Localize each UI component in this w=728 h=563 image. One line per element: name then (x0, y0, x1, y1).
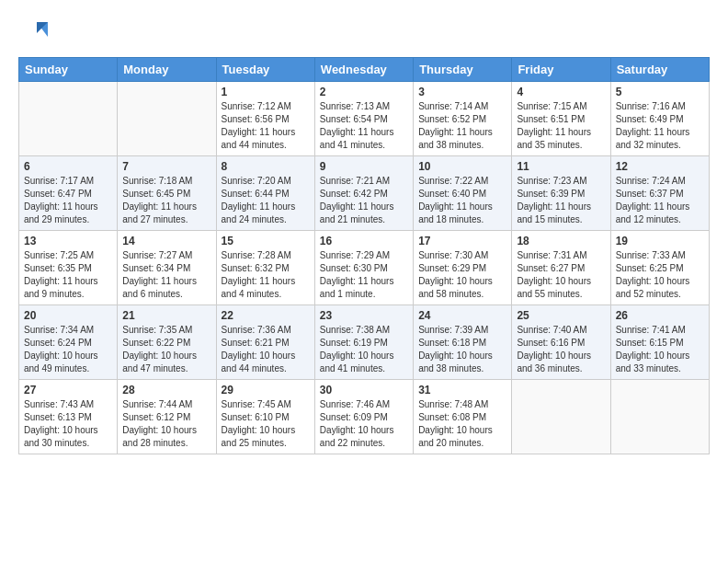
calendar-day-cell: 15Sunrise: 7:28 AM Sunset: 6:32 PM Dayli… (216, 231, 314, 305)
day-number: 22 (222, 309, 310, 322)
day-info: Sunrise: 7:41 AM Sunset: 6:15 PM Dayligh… (616, 324, 704, 375)
day-info: Sunrise: 7:43 AM Sunset: 6:13 PM Dayligh… (24, 398, 112, 450)
day-number: 20 (24, 309, 112, 322)
calendar-day-cell: 23Sunrise: 7:38 AM Sunset: 6:19 PM Dayli… (314, 305, 413, 380)
calendar-week-row: 6Sunrise: 7:17 AM Sunset: 6:47 PM Daylig… (19, 156, 710, 231)
calendar-day-cell: 18Sunrise: 7:31 AM Sunset: 6:27 PM Dayli… (512, 231, 610, 305)
calendar-day-cell: 17Sunrise: 7:30 AM Sunset: 6:29 PM Dayli… (414, 231, 512, 305)
day-number: 17 (418, 235, 506, 247)
calendar-day-cell: 22Sunrise: 7:36 AM Sunset: 6:21 PM Dayli… (216, 305, 314, 380)
day-info: Sunrise: 7:28 AM Sunset: 6:32 PM Dayligh… (222, 249, 310, 301)
day-number: 2 (320, 86, 408, 98)
day-info: Sunrise: 7:13 AM Sunset: 6:54 PM Dayligh… (320, 100, 408, 152)
day-info: Sunrise: 7:31 AM Sunset: 6:27 PM Dayligh… (517, 249, 605, 301)
day-number: 27 (24, 384, 112, 396)
day-number: 14 (122, 235, 210, 247)
calendar-day-cell: 20Sunrise: 7:34 AM Sunset: 6:24 PM Dayli… (19, 305, 118, 380)
day-number: 9 (320, 160, 408, 173)
general-blue-logo-icon (18, 18, 48, 48)
day-number: 30 (320, 384, 408, 396)
calendar-day-cell: 25Sunrise: 7:40 AM Sunset: 6:16 PM Dayli… (512, 305, 610, 380)
day-number: 19 (616, 235, 704, 247)
calendar-day-cell: 27Sunrise: 7:43 AM Sunset: 6:13 PM Dayli… (19, 380, 118, 454)
day-info: Sunrise: 7:48 AM Sunset: 6:08 PM Dayligh… (418, 398, 506, 450)
day-info: Sunrise: 7:25 AM Sunset: 6:35 PM Dayligh… (24, 249, 112, 301)
calendar-day-cell: 14Sunrise: 7:27 AM Sunset: 6:34 PM Dayli… (118, 231, 216, 305)
day-info: Sunrise: 7:23 AM Sunset: 6:39 PM Dayligh… (517, 175, 605, 226)
calendar-day-cell: 30Sunrise: 7:46 AM Sunset: 6:09 PM Dayli… (314, 380, 413, 454)
day-number: 1 (222, 86, 310, 98)
calendar-week-row: 13Sunrise: 7:25 AM Sunset: 6:35 PM Dayli… (19, 231, 710, 305)
day-number: 11 (517, 160, 605, 173)
calendar-day-cell: 16Sunrise: 7:29 AM Sunset: 6:30 PM Dayli… (314, 231, 413, 305)
day-number: 31 (418, 384, 506, 396)
calendar-day-cell: 8Sunrise: 7:20 AM Sunset: 6:44 PM Daylig… (216, 156, 314, 231)
day-number: 10 (418, 160, 506, 173)
day-number: 7 (122, 160, 210, 173)
day-number: 18 (517, 235, 605, 247)
day-info: Sunrise: 7:40 AM Sunset: 6:16 PM Dayligh… (517, 324, 605, 375)
calendar-day-header: Thursday (414, 58, 512, 82)
calendar-day-header: Wednesday (314, 58, 413, 82)
day-number: 12 (616, 160, 704, 173)
calendar-day-cell: 11Sunrise: 7:23 AM Sunset: 6:39 PM Dayli… (512, 156, 610, 231)
calendar-day-cell (19, 82, 118, 156)
day-number: 3 (418, 86, 506, 98)
calendar-week-row: 27Sunrise: 7:43 AM Sunset: 6:13 PM Dayli… (19, 380, 710, 454)
day-info: Sunrise: 7:44 AM Sunset: 6:12 PM Dayligh… (122, 398, 210, 450)
day-info: Sunrise: 7:45 AM Sunset: 6:10 PM Dayligh… (222, 398, 310, 450)
calendar-day-cell: 9Sunrise: 7:21 AM Sunset: 6:42 PM Daylig… (314, 156, 413, 231)
calendar-day-cell: 21Sunrise: 7:35 AM Sunset: 6:22 PM Dayli… (118, 305, 216, 380)
calendar-day-header: Saturday (610, 58, 709, 82)
day-number: 13 (24, 235, 112, 247)
day-info: Sunrise: 7:30 AM Sunset: 6:29 PM Dayligh… (418, 249, 506, 301)
page-header (18, 18, 710, 48)
calendar-day-cell: 31Sunrise: 7:48 AM Sunset: 6:08 PM Dayli… (414, 380, 512, 454)
day-info: Sunrise: 7:46 AM Sunset: 6:09 PM Dayligh… (320, 398, 408, 450)
calendar-week-row: 1Sunrise: 7:12 AM Sunset: 6:56 PM Daylig… (19, 82, 710, 156)
day-info: Sunrise: 7:21 AM Sunset: 6:42 PM Dayligh… (320, 175, 408, 226)
day-number: 4 (517, 86, 605, 98)
day-number: 15 (222, 235, 310, 247)
day-info: Sunrise: 7:35 AM Sunset: 6:22 PM Dayligh… (122, 324, 210, 375)
day-number: 25 (517, 309, 605, 322)
day-info: Sunrise: 7:15 AM Sunset: 6:51 PM Dayligh… (517, 100, 605, 152)
day-number: 8 (222, 160, 310, 173)
calendar-header-row: SundayMondayTuesdayWednesdayThursdayFrid… (19, 58, 710, 82)
day-number: 5 (616, 86, 704, 98)
day-info: Sunrise: 7:36 AM Sunset: 6:21 PM Dayligh… (222, 324, 310, 375)
calendar-day-cell: 3Sunrise: 7:14 AM Sunset: 6:52 PM Daylig… (414, 82, 512, 156)
day-info: Sunrise: 7:29 AM Sunset: 6:30 PM Dayligh… (320, 249, 408, 301)
calendar-day-cell: 2Sunrise: 7:13 AM Sunset: 6:54 PM Daylig… (314, 82, 413, 156)
day-number: 29 (222, 384, 310, 396)
calendar-day-cell: 13Sunrise: 7:25 AM Sunset: 6:35 PM Dayli… (19, 231, 118, 305)
calendar-day-cell: 7Sunrise: 7:18 AM Sunset: 6:45 PM Daylig… (118, 156, 216, 231)
day-info: Sunrise: 7:14 AM Sunset: 6:52 PM Dayligh… (418, 100, 506, 152)
day-info: Sunrise: 7:22 AM Sunset: 6:40 PM Dayligh… (418, 175, 506, 226)
day-info: Sunrise: 7:20 AM Sunset: 6:44 PM Dayligh… (222, 175, 310, 226)
day-info: Sunrise: 7:33 AM Sunset: 6:25 PM Dayligh… (616, 249, 704, 301)
day-info: Sunrise: 7:39 AM Sunset: 6:18 PM Dayligh… (418, 324, 506, 375)
calendar-day-cell: 29Sunrise: 7:45 AM Sunset: 6:10 PM Dayli… (216, 380, 314, 454)
day-info: Sunrise: 7:38 AM Sunset: 6:19 PM Dayligh… (320, 324, 408, 375)
day-number: 24 (418, 309, 506, 322)
day-info: Sunrise: 7:27 AM Sunset: 6:34 PM Dayligh… (122, 249, 210, 301)
day-info: Sunrise: 7:24 AM Sunset: 6:37 PM Dayligh… (616, 175, 704, 226)
logo (18, 18, 50, 48)
calendar-week-row: 20Sunrise: 7:34 AM Sunset: 6:24 PM Dayli… (19, 305, 710, 380)
calendar-day-header: Friday (512, 58, 610, 82)
calendar-day-cell: 1Sunrise: 7:12 AM Sunset: 6:56 PM Daylig… (216, 82, 314, 156)
calendar-day-cell: 6Sunrise: 7:17 AM Sunset: 6:47 PM Daylig… (19, 156, 118, 231)
calendar-day-cell (118, 82, 216, 156)
calendar-day-cell: 28Sunrise: 7:44 AM Sunset: 6:12 PM Dayli… (118, 380, 216, 454)
day-info: Sunrise: 7:34 AM Sunset: 6:24 PM Dayligh… (24, 324, 112, 375)
calendar-day-cell (610, 380, 709, 454)
day-number: 6 (24, 160, 112, 173)
calendar-day-cell (512, 380, 610, 454)
day-number: 26 (616, 309, 704, 322)
day-number: 21 (122, 309, 210, 322)
day-number: 28 (122, 384, 210, 396)
calendar-day-cell: 12Sunrise: 7:24 AM Sunset: 6:37 PM Dayli… (610, 156, 709, 231)
day-info: Sunrise: 7:18 AM Sunset: 6:45 PM Dayligh… (122, 175, 210, 226)
calendar-day-header: Monday (118, 58, 216, 82)
